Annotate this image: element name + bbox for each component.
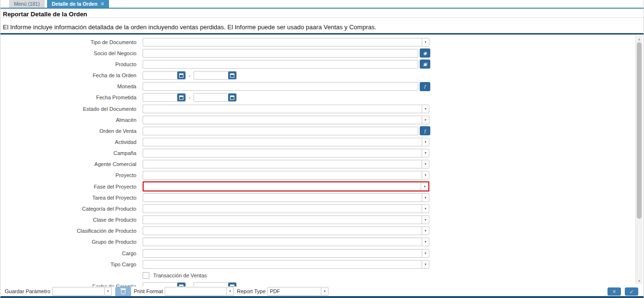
fecha-prometida-from-input[interactable] bbox=[143, 94, 177, 101]
agente-comercial-combobox[interactable]: ▾ bbox=[143, 160, 429, 168]
clasificacion-de-producto-input[interactable] bbox=[143, 226, 422, 235]
tab-detalle-de-la-orden[interactable]: Detalle de la Orden × bbox=[47, 0, 109, 8]
close-icon[interactable]: × bbox=[101, 1, 104, 6]
agente-comercial-dropdown-button[interactable]: ▾ bbox=[422, 160, 429, 168]
vertical-scrollbar[interactable]: ▲ ▼ bbox=[635, 36, 643, 284]
categoria-del-producto-combobox[interactable]: ▾ bbox=[143, 204, 429, 213]
fecha-de-la-orden-from-datefield[interactable] bbox=[143, 71, 186, 80]
tarea-del-proyecto-input[interactable] bbox=[143, 193, 422, 202]
tipo-de-documento-combobox[interactable]: ▾ bbox=[143, 38, 429, 47]
cargo-combobox[interactable]: ▾ bbox=[143, 249, 429, 258]
categoria-del-producto-dropdown-button[interactable]: ▾ bbox=[422, 204, 429, 213]
print-format-combobox[interactable]: ▾ bbox=[165, 287, 234, 296]
fecha-prometida-to-input[interactable] bbox=[194, 94, 228, 101]
scrollbar-thumb[interactable] bbox=[637, 42, 642, 219]
business-partner-icon: ◉ bbox=[423, 51, 427, 56]
orden-de-venta-search-button[interactable]: ƒ bbox=[420, 126, 430, 135]
producto-input[interactable] bbox=[143, 60, 418, 69]
fecha-prometida-to-datefield[interactable] bbox=[194, 93, 237, 102]
fecha-de-garantia-to-calendar-button[interactable] bbox=[228, 283, 236, 286]
field-label-actividad: Actividad bbox=[1, 139, 143, 145]
fecha-de-garantia-from-datefield[interactable] bbox=[143, 282, 186, 286]
fecha-de-garantia-from-calendar-button[interactable] bbox=[177, 283, 185, 286]
fecha-prometida-from-calendar-button[interactable] bbox=[177, 94, 185, 101]
clase-de-producto-combobox[interactable]: ▾ bbox=[143, 215, 429, 224]
actividad-dropdown-button[interactable]: ▾ bbox=[422, 138, 429, 146]
fecha-de-la-orden-to-datefield[interactable] bbox=[194, 71, 237, 80]
tipo-de-documento-control: ▾ bbox=[143, 38, 429, 47]
tipo-de-documento-input[interactable] bbox=[143, 38, 422, 47]
print-format-dropdown-button[interactable]: ▾ bbox=[226, 287, 234, 296]
clasificacion-de-producto-dropdown-button[interactable]: ▾ bbox=[422, 226, 429, 235]
tab-menu[interactable]: Menú (181) bbox=[9, 0, 45, 8]
moneda-search-button[interactable]: ƒ bbox=[420, 82, 430, 91]
almacen-input[interactable] bbox=[143, 116, 422, 124]
fecha-de-la-orden-to-calendar-button[interactable] bbox=[228, 72, 236, 79]
clase-de-producto-dropdown-button[interactable]: ▾ bbox=[422, 215, 429, 224]
clase-de-producto-input[interactable] bbox=[143, 215, 422, 224]
socio-del-negocio-search-button[interactable]: ◉ bbox=[420, 48, 430, 58]
campana-combobox[interactable]: ▾ bbox=[143, 149, 429, 157]
report-type-input[interactable]: PDF bbox=[267, 287, 321, 296]
almacen-combobox[interactable]: ▾ bbox=[143, 116, 429, 124]
fecha-de-la-orden-from-calendar-button[interactable] bbox=[177, 72, 185, 79]
fase-del-proyecto-input[interactable] bbox=[144, 182, 421, 191]
form-row-actividad: Actividad▾ bbox=[1, 136, 635, 147]
cargo-dropdown-button[interactable]: ▾ bbox=[422, 249, 429, 258]
confirm-button[interactable]: ✓ bbox=[625, 287, 638, 296]
cargo-input[interactable] bbox=[143, 249, 422, 258]
campana-input[interactable] bbox=[143, 149, 422, 157]
actividad-input[interactable] bbox=[143, 138, 422, 146]
fase-del-proyecto-combobox[interactable]: ▾ bbox=[143, 181, 429, 191]
agente-comercial-input[interactable] bbox=[143, 160, 422, 168]
fecha-de-garantia-to-datefield[interactable] bbox=[194, 282, 237, 286]
tarea-del-proyecto-combobox[interactable]: ▾ bbox=[143, 193, 429, 202]
actividad-combobox[interactable]: ▾ bbox=[143, 138, 429, 146]
delete-parameter-button[interactable] bbox=[115, 286, 131, 297]
tipo-de-documento-dropdown-button[interactable]: ▾ bbox=[422, 38, 429, 47]
cancel-icon: × bbox=[612, 289, 616, 295]
proyecto-dropdown-button[interactable]: ▾ bbox=[422, 171, 429, 179]
fecha-de-la-orden-from-input[interactable] bbox=[143, 72, 177, 79]
proyecto-input[interactable] bbox=[143, 171, 422, 179]
fecha-de-la-orden-to-input[interactable] bbox=[194, 72, 228, 79]
tipo-cargo-input[interactable] bbox=[143, 260, 422, 269]
proyecto-combobox[interactable]: ▾ bbox=[143, 171, 429, 179]
fecha-de-garantia-from-input[interactable] bbox=[143, 283, 177, 286]
chevron-down-icon: ▾ bbox=[425, 162, 426, 166]
save-parameter-dropdown-button[interactable]: ▾ bbox=[104, 287, 112, 296]
transaccion-de-ventas-checkbox[interactable] bbox=[143, 272, 149, 279]
fecha-de-garantia-to-input[interactable] bbox=[194, 283, 228, 286]
print-format-input[interactable] bbox=[165, 287, 226, 296]
form-row-grupo-de-producto: Grupo de Producto▾ bbox=[1, 237, 635, 248]
fecha-prometida-to-calendar-button[interactable] bbox=[228, 94, 236, 101]
estado-del-documento-dropdown-button[interactable]: ▾ bbox=[422, 105, 429, 113]
tipo-cargo-combobox[interactable]: ▾ bbox=[143, 260, 429, 269]
field-label-agente-comercial: Agente Comercial bbox=[1, 161, 143, 167]
grupo-de-producto-dropdown-button[interactable]: ▾ bbox=[422, 238, 429, 246]
scroll-down-icon[interactable]: ▼ bbox=[636, 278, 643, 284]
almacen-dropdown-button[interactable]: ▾ bbox=[422, 116, 429, 124]
producto-search-button[interactable]: ▣ bbox=[420, 60, 430, 69]
grupo-de-producto-combobox[interactable]: ▾ bbox=[143, 238, 429, 246]
categoria-del-producto-input[interactable] bbox=[143, 204, 422, 213]
moneda-input[interactable] bbox=[143, 82, 418, 91]
report-type-dropdown-button[interactable]: ▾ bbox=[321, 287, 328, 296]
report-type-combobox[interactable]: PDF ▾ bbox=[267, 287, 328, 296]
estado-del-documento-combobox[interactable]: ▾ bbox=[143, 105, 429, 113]
tarea-del-proyecto-dropdown-button[interactable]: ▾ bbox=[422, 193, 429, 202]
save-parameter-combobox[interactable]: ▾ bbox=[52, 287, 112, 296]
grupo-de-producto-input[interactable] bbox=[143, 238, 422, 246]
scroll-up-icon[interactable]: ▲ bbox=[636, 36, 643, 42]
tipo-cargo-dropdown-button[interactable]: ▾ bbox=[422, 260, 429, 269]
socio-del-negocio-input[interactable] bbox=[143, 49, 418, 58]
save-parameter-input[interactable] bbox=[52, 287, 104, 296]
campana-dropdown-button[interactable]: ▾ bbox=[422, 149, 429, 157]
orden-de-venta-input[interactable] bbox=[143, 127, 418, 135]
fecha-prometida-from-datefield[interactable] bbox=[143, 93, 186, 102]
fase-del-proyecto-dropdown-button[interactable]: ▾ bbox=[421, 182, 428, 191]
estado-del-documento-input[interactable] bbox=[143, 105, 422, 113]
cancel-button[interactable]: × bbox=[608, 287, 621, 296]
clasificacion-de-producto-combobox[interactable]: ▾ bbox=[143, 226, 429, 235]
orden-de-venta-control: ƒ bbox=[143, 126, 430, 135]
